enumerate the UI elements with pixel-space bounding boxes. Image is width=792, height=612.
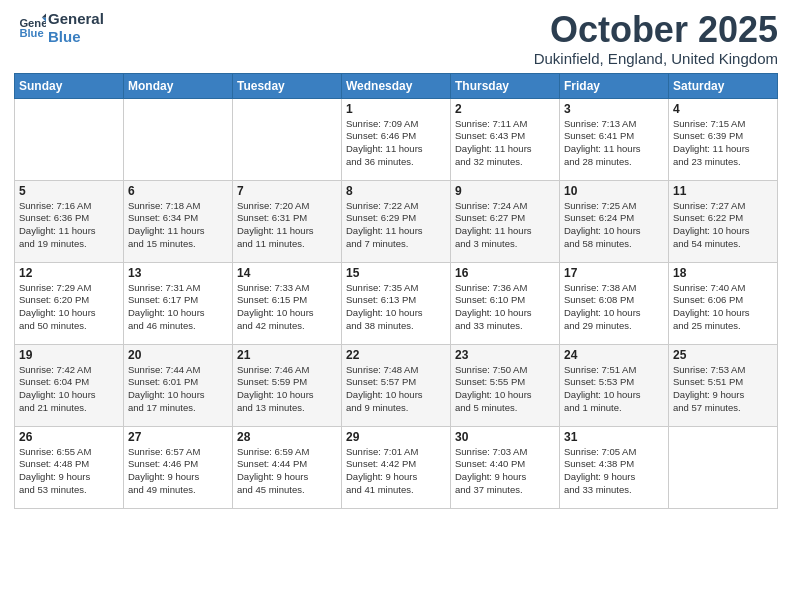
day-cell: 9Sunrise: 7:24 AM Sunset: 6:27 PM Daylig… xyxy=(451,180,560,262)
day-info: Sunrise: 7:36 AM Sunset: 6:10 PM Dayligh… xyxy=(455,282,555,333)
day-cell: 4Sunrise: 7:15 AM Sunset: 6:39 PM Daylig… xyxy=(669,98,778,180)
day-info: Sunrise: 7:33 AM Sunset: 6:15 PM Dayligh… xyxy=(237,282,337,333)
day-info: Sunrise: 7:24 AM Sunset: 6:27 PM Dayligh… xyxy=(455,200,555,251)
day-info: Sunrise: 6:55 AM Sunset: 4:48 PM Dayligh… xyxy=(19,446,119,497)
day-cell: 16Sunrise: 7:36 AM Sunset: 6:10 PM Dayli… xyxy=(451,262,560,344)
day-info: Sunrise: 7:03 AM Sunset: 4:40 PM Dayligh… xyxy=(455,446,555,497)
day-info: Sunrise: 7:51 AM Sunset: 5:53 PM Dayligh… xyxy=(564,364,664,415)
day-number: 18 xyxy=(673,266,773,280)
weekday-friday: Friday xyxy=(560,73,669,98)
day-number: 15 xyxy=(346,266,446,280)
week-row-5: 26Sunrise: 6:55 AM Sunset: 4:48 PM Dayli… xyxy=(15,426,778,508)
day-info: Sunrise: 7:50 AM Sunset: 5:55 PM Dayligh… xyxy=(455,364,555,415)
day-cell xyxy=(124,98,233,180)
day-cell: 25Sunrise: 7:53 AM Sunset: 5:51 PM Dayli… xyxy=(669,344,778,426)
day-number: 13 xyxy=(128,266,228,280)
day-info: Sunrise: 7:46 AM Sunset: 5:59 PM Dayligh… xyxy=(237,364,337,415)
day-info: Sunrise: 7:44 AM Sunset: 6:01 PM Dayligh… xyxy=(128,364,228,415)
day-info: Sunrise: 7:15 AM Sunset: 6:39 PM Dayligh… xyxy=(673,118,773,169)
day-cell: 30Sunrise: 7:03 AM Sunset: 4:40 PM Dayli… xyxy=(451,426,560,508)
day-number: 9 xyxy=(455,184,555,198)
day-info: Sunrise: 7:29 AM Sunset: 6:20 PM Dayligh… xyxy=(19,282,119,333)
day-info: Sunrise: 7:27 AM Sunset: 6:22 PM Dayligh… xyxy=(673,200,773,251)
day-number: 14 xyxy=(237,266,337,280)
calendar-table: SundayMondayTuesdayWednesdayThursdayFrid… xyxy=(14,73,778,509)
day-info: Sunrise: 7:48 AM Sunset: 5:57 PM Dayligh… xyxy=(346,364,446,415)
day-cell: 26Sunrise: 6:55 AM Sunset: 4:48 PM Dayli… xyxy=(15,426,124,508)
day-number: 16 xyxy=(455,266,555,280)
week-row-3: 12Sunrise: 7:29 AM Sunset: 6:20 PM Dayli… xyxy=(15,262,778,344)
weekday-monday: Monday xyxy=(124,73,233,98)
day-cell: 5Sunrise: 7:16 AM Sunset: 6:36 PM Daylig… xyxy=(15,180,124,262)
day-cell: 11Sunrise: 7:27 AM Sunset: 6:22 PM Dayli… xyxy=(669,180,778,262)
day-number: 10 xyxy=(564,184,664,198)
calendar-page: General Blue General Blue October 2025 D… xyxy=(0,0,792,612)
week-row-1: 1Sunrise: 7:09 AM Sunset: 6:46 PM Daylig… xyxy=(15,98,778,180)
page-header: General Blue General Blue October 2025 D… xyxy=(14,10,778,67)
location: Dukinfield, England, United Kingdom xyxy=(534,50,778,67)
day-number: 30 xyxy=(455,430,555,444)
day-info: Sunrise: 7:38 AM Sunset: 6:08 PM Dayligh… xyxy=(564,282,664,333)
day-cell: 2Sunrise: 7:11 AM Sunset: 6:43 PM Daylig… xyxy=(451,98,560,180)
week-row-2: 5Sunrise: 7:16 AM Sunset: 6:36 PM Daylig… xyxy=(15,180,778,262)
day-info: Sunrise: 7:05 AM Sunset: 4:38 PM Dayligh… xyxy=(564,446,664,497)
day-info: Sunrise: 7:42 AM Sunset: 6:04 PM Dayligh… xyxy=(19,364,119,415)
day-info: Sunrise: 7:25 AM Sunset: 6:24 PM Dayligh… xyxy=(564,200,664,251)
day-info: Sunrise: 7:09 AM Sunset: 6:46 PM Dayligh… xyxy=(346,118,446,169)
day-number: 26 xyxy=(19,430,119,444)
day-cell: 3Sunrise: 7:13 AM Sunset: 6:41 PM Daylig… xyxy=(560,98,669,180)
day-cell: 1Sunrise: 7:09 AM Sunset: 6:46 PM Daylig… xyxy=(342,98,451,180)
day-number: 27 xyxy=(128,430,228,444)
logo-text-general: General xyxy=(48,10,104,27)
day-info: Sunrise: 7:40 AM Sunset: 6:06 PM Dayligh… xyxy=(673,282,773,333)
day-number: 29 xyxy=(346,430,446,444)
weekday-header-row: SundayMondayTuesdayWednesdayThursdayFrid… xyxy=(15,73,778,98)
day-cell: 13Sunrise: 7:31 AM Sunset: 6:17 PM Dayli… xyxy=(124,262,233,344)
day-number: 17 xyxy=(564,266,664,280)
day-number: 12 xyxy=(19,266,119,280)
day-number: 23 xyxy=(455,348,555,362)
day-cell: 22Sunrise: 7:48 AM Sunset: 5:57 PM Dayli… xyxy=(342,344,451,426)
day-info: Sunrise: 7:31 AM Sunset: 6:17 PM Dayligh… xyxy=(128,282,228,333)
day-number: 7 xyxy=(237,184,337,198)
calendar-body: 1Sunrise: 7:09 AM Sunset: 6:46 PM Daylig… xyxy=(15,98,778,508)
day-cell: 31Sunrise: 7:05 AM Sunset: 4:38 PM Dayli… xyxy=(560,426,669,508)
day-info: Sunrise: 7:11 AM Sunset: 6:43 PM Dayligh… xyxy=(455,118,555,169)
day-cell: 12Sunrise: 7:29 AM Sunset: 6:20 PM Dayli… xyxy=(15,262,124,344)
svg-marker-3 xyxy=(42,13,46,17)
day-info: Sunrise: 7:01 AM Sunset: 4:42 PM Dayligh… xyxy=(346,446,446,497)
day-cell: 27Sunrise: 6:57 AM Sunset: 4:46 PM Dayli… xyxy=(124,426,233,508)
month-title: October 2025 xyxy=(534,10,778,50)
logo: General Blue General Blue xyxy=(14,10,104,46)
day-info: Sunrise: 6:57 AM Sunset: 4:46 PM Dayligh… xyxy=(128,446,228,497)
day-cell: 8Sunrise: 7:22 AM Sunset: 6:29 PM Daylig… xyxy=(342,180,451,262)
day-number: 3 xyxy=(564,102,664,116)
day-info: Sunrise: 6:59 AM Sunset: 4:44 PM Dayligh… xyxy=(237,446,337,497)
day-info: Sunrise: 7:35 AM Sunset: 6:13 PM Dayligh… xyxy=(346,282,446,333)
day-number: 20 xyxy=(128,348,228,362)
day-cell: 21Sunrise: 7:46 AM Sunset: 5:59 PM Dayli… xyxy=(233,344,342,426)
day-number: 21 xyxy=(237,348,337,362)
day-number: 1 xyxy=(346,102,446,116)
day-cell xyxy=(15,98,124,180)
title-block: October 2025 Dukinfield, England, United… xyxy=(534,10,778,67)
day-info: Sunrise: 7:20 AM Sunset: 6:31 PM Dayligh… xyxy=(237,200,337,251)
day-number: 31 xyxy=(564,430,664,444)
day-info: Sunrise: 7:16 AM Sunset: 6:36 PM Dayligh… xyxy=(19,200,119,251)
day-number: 6 xyxy=(128,184,228,198)
svg-text:Blue: Blue xyxy=(19,27,43,39)
day-number: 5 xyxy=(19,184,119,198)
day-cell: 23Sunrise: 7:50 AM Sunset: 5:55 PM Dayli… xyxy=(451,344,560,426)
day-cell: 20Sunrise: 7:44 AM Sunset: 6:01 PM Dayli… xyxy=(124,344,233,426)
weekday-saturday: Saturday xyxy=(669,73,778,98)
day-cell: 14Sunrise: 7:33 AM Sunset: 6:15 PM Dayli… xyxy=(233,262,342,344)
day-number: 19 xyxy=(19,348,119,362)
day-cell: 29Sunrise: 7:01 AM Sunset: 4:42 PM Dayli… xyxy=(342,426,451,508)
day-number: 25 xyxy=(673,348,773,362)
day-cell: 24Sunrise: 7:51 AM Sunset: 5:53 PM Dayli… xyxy=(560,344,669,426)
day-info: Sunrise: 7:13 AM Sunset: 6:41 PM Dayligh… xyxy=(564,118,664,169)
day-info: Sunrise: 7:22 AM Sunset: 6:29 PM Dayligh… xyxy=(346,200,446,251)
day-info: Sunrise: 7:53 AM Sunset: 5:51 PM Dayligh… xyxy=(673,364,773,415)
day-cell: 10Sunrise: 7:25 AM Sunset: 6:24 PM Dayli… xyxy=(560,180,669,262)
day-number: 4 xyxy=(673,102,773,116)
